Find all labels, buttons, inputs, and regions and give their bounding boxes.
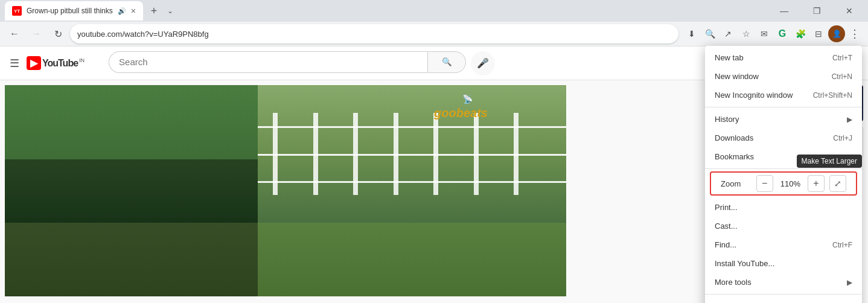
youtube-logo[interactable]: ▶ YouTube IN — [27, 56, 85, 70]
menu-label-history: History — [715, 115, 739, 124]
profile-avatar[interactable]: 👤 — [828, 25, 845, 42]
browser-chrome: YT Grown-up pitbull still thinks 🔊 × + ⌄… — [0, 0, 868, 46]
menu-shortcut-incognito: Ctrl+Shift+N — [813, 91, 852, 100]
mic-button[interactable]: 🎤 — [471, 51, 495, 75]
menu-label-install: Install YouTube... — [715, 259, 774, 268]
video-section: goobeats 📡 — [0, 80, 741, 303]
maximize-button[interactable]: ❐ — [803, 1, 831, 21]
menu-shortcut-downloads: Ctrl+J — [833, 134, 852, 142]
zoom-value: 110% — [773, 179, 808, 188]
menu-label-new-tab: New tab — [715, 53, 744, 62]
menu-item-history[interactable]: History ▶ — [705, 110, 862, 129]
menu-divider-2 — [705, 168, 862, 169]
youtube-logo-icon: ▶ — [27, 56, 41, 70]
close-button[interactable]: ✕ — [835, 1, 863, 21]
new-tab-button[interactable]: + — [145, 2, 162, 19]
video-player[interactable]: goobeats 📡 — [5, 85, 566, 296]
menu-label-downloads: Downloads — [715, 133, 753, 142]
chrome-menu-button[interactable]: ⋮ — [846, 25, 863, 42]
menu-divider-3 — [705, 294, 862, 295]
back-button[interactable]: ← — [5, 24, 24, 43]
bookmark-icon[interactable]: ☆ — [738, 25, 755, 42]
video-watermark: goobeats — [434, 106, 488, 120]
zoom-icon[interactable]: 🔍 — [701, 25, 718, 42]
menu-item-print[interactable]: Print... — [705, 198, 862, 217]
share-icon[interactable]: ↗ — [720, 25, 736, 42]
download-icon[interactable]: ⬇ — [683, 25, 700, 42]
tab-overflow-button[interactable]: ⌄ — [167, 7, 173, 15]
menu-label-print: Print... — [715, 203, 738, 212]
search-button[interactable]: 🔍 — [427, 51, 466, 73]
address-bar: ← → ↻ ⬇ 🔍 ↗ ☆ ✉ G 🧩 ⊟ 👤 ⋮ — [0, 22, 868, 46]
video-antenna-icon: 📡 — [462, 94, 473, 104]
menu-item-new-window[interactable]: New window Ctrl+N — [705, 67, 862, 86]
search-box: 🔍 🎤 — [109, 51, 495, 75]
zoom-fullscreen-button[interactable]: ⤢ — [829, 175, 846, 192]
google-icon[interactable]: G — [774, 25, 791, 42]
menu-label-cast: Cast... — [715, 222, 738, 231]
menu-label-find: Find... — [715, 240, 736, 249]
youtube-logo-in: IN — [79, 57, 85, 63]
cast-icon[interactable]: ⊟ — [810, 25, 827, 42]
address-input[interactable] — [70, 24, 678, 43]
tab-close-button[interactable]: × — [131, 6, 136, 16]
make-text-larger-tooltip: Make Text Larger — [797, 155, 863, 168]
menu-item-more-tools[interactable]: More tools ▶ — [705, 273, 862, 292]
youtube-logo-text: YouTube — [42, 58, 78, 69]
menu-label-more-tools: More tools — [715, 278, 752, 287]
menu-item-find[interactable]: Find... Ctrl+F — [705, 235, 862, 254]
zoom-label: Zoom — [721, 179, 756, 188]
minimize-button[interactable]: — — [770, 1, 798, 21]
tab-audio-icon[interactable]: 🔊 — [118, 7, 126, 15]
zoom-plus-button[interactable]: + — [808, 175, 825, 192]
menu-label-new-window: New window — [715, 72, 759, 81]
menu-item-downloads[interactable]: Downloads Ctrl+J — [705, 129, 862, 147]
menu-arrow-history: ▶ — [847, 115, 852, 124]
zoom-row: Zoom − 110% + ⤢ — [710, 171, 857, 196]
menu-shortcut-find: Ctrl+F — [832, 241, 852, 249]
search-input[interactable] — [109, 51, 427, 73]
menu-item-cast[interactable]: Cast... — [705, 217, 862, 235]
menu-shortcut-new-window: Ctrl+N — [832, 72, 852, 81]
tab-bar: YT Grown-up pitbull still thinks 🔊 × + ⌄… — [0, 0, 868, 22]
window-controls: — ❐ ✕ — [770, 1, 863, 21]
menu-arrow-more-tools: ▶ — [847, 278, 852, 287]
menu-label-incognito: New Incognito window — [715, 91, 793, 100]
menu-shortcut-new-tab: Ctrl+T — [832, 54, 852, 62]
hamburger-menu-button[interactable]: ☰ — [10, 57, 19, 70]
refresh-button[interactable]: ↻ — [48, 24, 68, 43]
edit-row: Edit Cut Copy Paste — [705, 297, 862, 303]
tab-title: Grown-up pitbull still thinks — [27, 7, 113, 15]
chrome-menu: New tab Ctrl+T New window Ctrl+N New Inc… — [705, 46, 862, 303]
menu-item-incognito[interactable]: New Incognito window Ctrl+Shift+N — [705, 86, 862, 104]
extensions-icon[interactable]: 🧩 — [792, 25, 809, 42]
menu-item-new-tab[interactable]: New tab Ctrl+T — [705, 48, 862, 67]
menu-item-install[interactable]: Install YouTube... — [705, 254, 862, 273]
menu-label-bookmarks: Bookmarks — [715, 152, 754, 161]
menu-divider-1 — [705, 107, 862, 107]
forward-button[interactable]: → — [27, 24, 46, 43]
mail-icon[interactable]: ✉ — [756, 25, 773, 42]
zoom-minus-button[interactable]: − — [756, 175, 773, 192]
tab-favicon: YT — [12, 6, 22, 16]
toolbar-icons: ⬇ 🔍 ↗ ☆ ✉ G 🧩 ⊟ 👤 ⋮ — [683, 25, 863, 42]
active-tab[interactable]: YT Grown-up pitbull still thinks 🔊 × — [5, 1, 143, 21]
